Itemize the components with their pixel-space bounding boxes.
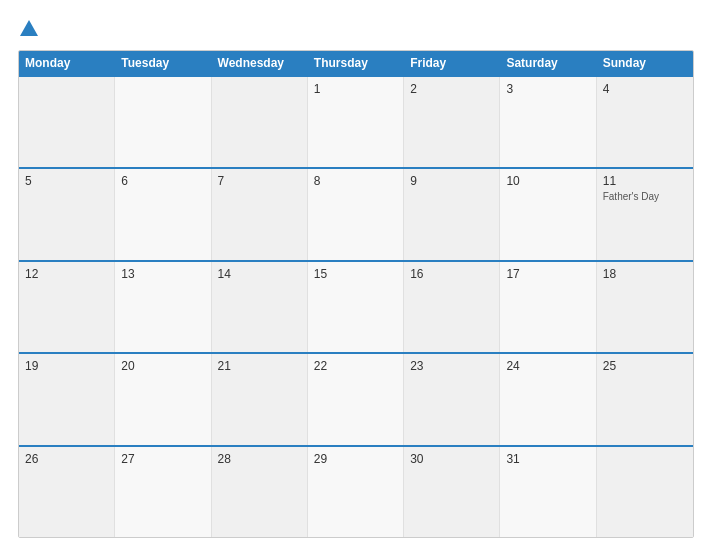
calendar-body: 1234567891011Father's Day121314151617181… [19,75,693,537]
calendar-week-5: 262728293031 [19,445,693,537]
day-number: 1 [314,82,397,96]
day-number: 2 [410,82,493,96]
day-number: 30 [410,452,493,466]
calendar-header: MondayTuesdayWednesdayThursdayFridaySatu… [19,51,693,75]
calendar-cell: 14 [212,262,308,352]
calendar-week-3: 12131415161718 [19,260,693,352]
day-number: 24 [506,359,589,373]
day-number: 10 [506,174,589,188]
day-number: 21 [218,359,301,373]
calendar-cell: 2 [404,77,500,167]
calendar-cell: 7 [212,169,308,259]
calendar-cell: 31 [500,447,596,537]
calendar-cell: 20 [115,354,211,444]
calendar-cell [115,77,211,167]
calendar-cell: 9 [404,169,500,259]
day-number: 17 [506,267,589,281]
header-day-monday: Monday [19,51,115,75]
day-number: 19 [25,359,108,373]
day-number: 25 [603,359,687,373]
calendar-week-2: 567891011Father's Day [19,167,693,259]
day-number: 16 [410,267,493,281]
day-number: 31 [506,452,589,466]
page: MondayTuesdayWednesdayThursdayFridaySatu… [0,0,712,550]
calendar-cell: 10 [500,169,596,259]
calendar-cell: 8 [308,169,404,259]
calendar-cell: 5 [19,169,115,259]
day-number: 3 [506,82,589,96]
header-day-wednesday: Wednesday [212,51,308,75]
day-number: 6 [121,174,204,188]
day-number: 26 [25,452,108,466]
day-number: 20 [121,359,204,373]
header-day-friday: Friday [404,51,500,75]
calendar-cell: 4 [597,77,693,167]
day-number: 13 [121,267,204,281]
day-number: 7 [218,174,301,188]
day-number: 11 [603,174,687,188]
day-number: 14 [218,267,301,281]
day-number: 29 [314,452,397,466]
calendar-cell: 16 [404,262,500,352]
calendar-cell: 6 [115,169,211,259]
calendar-cell: 12 [19,262,115,352]
day-number: 18 [603,267,687,281]
calendar-cell: 13 [115,262,211,352]
calendar-cell: 25 [597,354,693,444]
header-day-sunday: Sunday [597,51,693,75]
calendar-cell: 1 [308,77,404,167]
calendar-cell: 24 [500,354,596,444]
calendar-week-4: 19202122232425 [19,352,693,444]
calendar-cell: 28 [212,447,308,537]
calendar-cell: 3 [500,77,596,167]
logo [18,18,43,40]
calendar-cell: 30 [404,447,500,537]
day-number: 27 [121,452,204,466]
day-number: 8 [314,174,397,188]
calendar-cell [212,77,308,167]
calendar-cell [19,77,115,167]
calendar-cell: 27 [115,447,211,537]
day-number: 5 [25,174,108,188]
calendar-cell: 21 [212,354,308,444]
day-number: 23 [410,359,493,373]
calendar-cell: 29 [308,447,404,537]
calendar-cell: 11Father's Day [597,169,693,259]
calendar: MondayTuesdayWednesdayThursdayFridaySatu… [18,50,694,538]
calendar-week-1: 1234 [19,75,693,167]
day-number: 12 [25,267,108,281]
calendar-cell: 26 [19,447,115,537]
svg-marker-0 [20,20,38,36]
header-day-tuesday: Tuesday [115,51,211,75]
header [18,18,694,40]
day-number: 22 [314,359,397,373]
logo-icon [18,18,40,40]
day-number: 4 [603,82,687,96]
calendar-cell: 15 [308,262,404,352]
day-number: 9 [410,174,493,188]
calendar-cell: 17 [500,262,596,352]
header-day-saturday: Saturday [500,51,596,75]
day-event: Father's Day [603,190,687,203]
calendar-cell: 23 [404,354,500,444]
calendar-cell: 22 [308,354,404,444]
calendar-cell: 18 [597,262,693,352]
day-number: 15 [314,267,397,281]
calendar-cell [597,447,693,537]
header-day-thursday: Thursday [308,51,404,75]
calendar-cell: 19 [19,354,115,444]
day-number: 28 [218,452,301,466]
